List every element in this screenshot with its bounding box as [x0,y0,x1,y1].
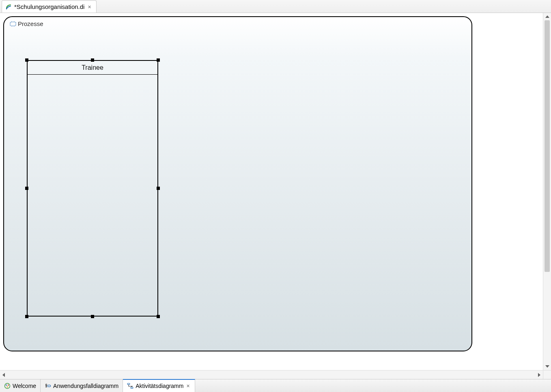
tab-label: Welcome [13,383,36,389]
diagram-frame[interactable]: Prozesse Trainee [3,16,472,351]
horizontal-scrollbar[interactable] [0,370,543,379]
activity-diagram-icon [127,383,133,389]
activity-partition[interactable]: Trainee [25,58,160,318]
svg-point-3 [8,384,9,386]
svg-rect-8 [131,387,133,388]
tab-welcome[interactable]: Welcome [0,379,41,392]
scroll-up-icon[interactable] [543,13,551,20]
selection-handle[interactable] [91,315,94,318]
diagram-canvas[interactable]: Prozesse Trainee [3,16,541,369]
svg-point-6 [47,385,50,387]
svg-rect-0 [10,22,16,26]
svg-point-5 [45,384,47,385]
vertical-scrollbar-thumb[interactable] [545,20,550,272]
tab-label: Anwendungsfalldiagramm [53,383,118,389]
selection-handle[interactable] [25,187,28,190]
scroll-down-icon[interactable] [543,363,551,370]
papyrus-file-icon [5,4,12,10]
scrollbar-corner [543,370,551,379]
svg-point-4 [7,386,8,388]
svg-point-1 [5,383,10,388]
vertical-scrollbar[interactable] [543,13,551,370]
diagram-frame-title: Prozesse [10,20,43,27]
activity-icon [10,21,16,27]
close-icon[interactable]: × [185,383,190,389]
tab-label: Aktivitätsdiagramm [136,383,183,389]
editor-tab-schulungsorganisation[interactable]: *Schulungsorganisation.di × [2,0,97,13]
close-icon[interactable]: × [87,4,92,10]
scroll-right-icon[interactable] [536,370,543,379]
editor-area: Prozesse Trainee [0,13,551,379]
welcome-icon [4,383,11,389]
selection-handle[interactable] [157,315,160,318]
activity-partition-header[interactable]: Trainee [28,61,157,75]
diagram-tabbar: Welcome Anwendungsfalldiagramm Aktivität… [0,379,551,392]
selection-handle[interactable] [157,187,160,190]
activity-partition-body[interactable]: Trainee [27,60,158,317]
editor-tabbar: *Schulungsorganisation.di × [0,0,551,13]
tab-aktivitaetsdiagramm[interactable]: Aktivitätsdiagramm × [123,379,195,392]
selection-handle[interactable] [25,58,28,62]
editor-tab-label: *Schulungsorganisation.di [14,3,84,10]
svg-point-2 [6,384,7,386]
usecase-diagram-icon [45,383,51,389]
svg-rect-7 [127,383,130,385]
selection-handle[interactable] [25,315,28,318]
activity-partition-name: Trainee [82,64,103,71]
selection-handle[interactable] [91,58,94,62]
selection-handle[interactable] [157,58,160,62]
diagram-frame-title-text: Prozesse [18,20,43,27]
tab-anwendungsfalldiagramm[interactable]: Anwendungsfalldiagramm [41,379,123,392]
scroll-left-icon[interactable] [0,370,7,379]
